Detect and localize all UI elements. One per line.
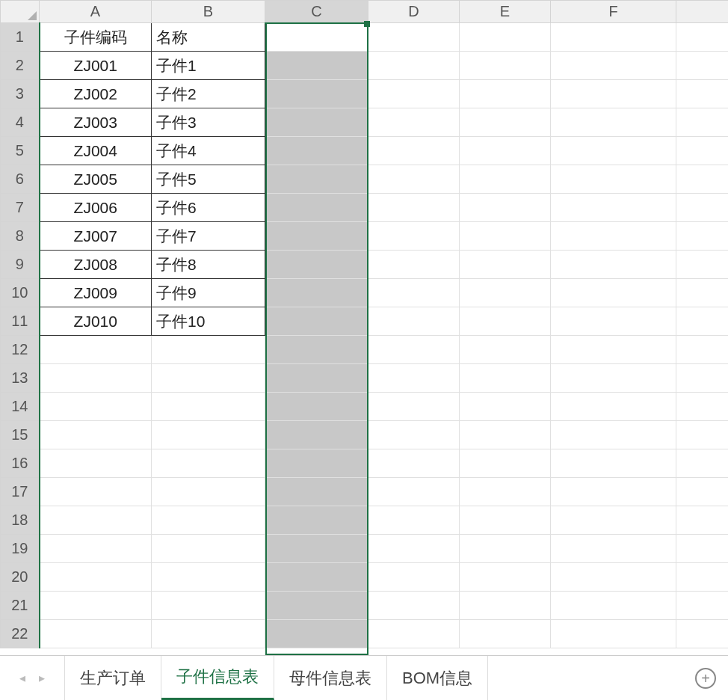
row-header-15[interactable]: 15 — [1, 421, 40, 449]
cell-C2[interactable] — [265, 52, 368, 80]
cell-D19[interactable] — [368, 535, 460, 563]
cell-C7[interactable] — [265, 194, 368, 222]
cell-A17[interactable] — [40, 478, 152, 506]
col-header-extra[interactable] — [676, 1, 729, 23]
cell-E1[interactable] — [460, 23, 551, 52]
cell-B3[interactable]: 子件2 — [152, 80, 265, 108]
cell-A16[interactable] — [40, 449, 152, 478]
cell-G19[interactable] — [676, 535, 729, 563]
cell-G3[interactable] — [676, 80, 729, 108]
cell-B20[interactable] — [152, 563, 265, 592]
cell-A1[interactable]: 子件编码 — [40, 23, 152, 52]
cell-F20[interactable] — [551, 563, 676, 592]
cell-A12[interactable] — [40, 336, 152, 364]
cell-E12[interactable] — [460, 336, 551, 364]
row-header-9[interactable]: 9 — [1, 251, 40, 279]
cell-A13[interactable] — [40, 364, 152, 393]
cell-A7[interactable]: ZJ006 — [40, 194, 152, 222]
cell-G15[interactable] — [676, 421, 729, 449]
sheet-tab-1[interactable]: 子件信息表 — [161, 656, 274, 700]
cell-F1[interactable] — [551, 23, 676, 52]
row-header-17[interactable]: 17 — [1, 478, 40, 506]
row-header-11[interactable]: 11 — [1, 307, 40, 336]
cell-D1[interactable] — [368, 23, 460, 52]
cell-A10[interactable]: ZJ009 — [40, 279, 152, 307]
cell-D17[interactable] — [368, 478, 460, 506]
cell-A3[interactable]: ZJ002 — [40, 80, 152, 108]
cell-A14[interactable] — [40, 393, 152, 421]
col-header-D[interactable]: D — [368, 1, 460, 23]
cell-A15[interactable] — [40, 421, 152, 449]
cell-F7[interactable] — [551, 194, 676, 222]
cell-B22[interactable] — [152, 620, 265, 648]
cell-D4[interactable] — [368, 108, 460, 137]
cell-E15[interactable] — [460, 421, 551, 449]
row-header-1[interactable]: 1 — [1, 23, 40, 52]
cell-F18[interactable] — [551, 506, 676, 535]
cell-A6[interactable]: ZJ005 — [40, 165, 152, 194]
cell-B8[interactable]: 子件7 — [152, 222, 265, 251]
cell-F13[interactable] — [551, 364, 676, 393]
cell-B6[interactable]: 子件5 — [152, 165, 265, 194]
cell-D6[interactable] — [368, 165, 460, 194]
row-header-7[interactable]: 7 — [1, 194, 40, 222]
sheet-tab-2[interactable]: 母件信息表 — [274, 656, 387, 700]
cell-F12[interactable] — [551, 336, 676, 364]
row-header-5[interactable]: 5 — [1, 137, 40, 165]
cell-C9[interactable] — [265, 251, 368, 279]
cell-C16[interactable] — [265, 449, 368, 478]
cell-B1[interactable]: 名称 — [152, 23, 265, 52]
row-header-3[interactable]: 3 — [1, 80, 40, 108]
cell-G9[interactable] — [676, 251, 729, 279]
cell-G12[interactable] — [676, 336, 729, 364]
cell-E17[interactable] — [460, 478, 551, 506]
cell-C4[interactable] — [265, 108, 368, 137]
cell-E16[interactable] — [460, 449, 551, 478]
cell-B19[interactable] — [152, 535, 265, 563]
row-header-16[interactable]: 16 — [1, 449, 40, 478]
cell-E3[interactable] — [460, 80, 551, 108]
cell-D3[interactable] — [368, 80, 460, 108]
cell-B18[interactable] — [152, 506, 265, 535]
cell-F19[interactable] — [551, 535, 676, 563]
cell-F17[interactable] — [551, 478, 676, 506]
row-header-13[interactable]: 13 — [1, 364, 40, 393]
cell-G11[interactable] — [676, 307, 729, 336]
cell-A22[interactable] — [40, 620, 152, 648]
cell-A9[interactable]: ZJ008 — [40, 251, 152, 279]
cell-G2[interactable] — [676, 52, 729, 80]
cell-G5[interactable] — [676, 137, 729, 165]
select-all-corner[interactable] — [1, 1, 40, 23]
cell-A2[interactable]: ZJ001 — [40, 52, 152, 80]
cell-B10[interactable]: 子件9 — [152, 279, 265, 307]
cell-G18[interactable] — [676, 506, 729, 535]
row-header-14[interactable]: 14 — [1, 393, 40, 421]
cell-C18[interactable] — [265, 506, 368, 535]
cell-G4[interactable] — [676, 108, 729, 137]
cell-C10[interactable] — [265, 279, 368, 307]
cell-D18[interactable] — [368, 506, 460, 535]
cell-C6[interactable] — [265, 165, 368, 194]
row-header-18[interactable]: 18 — [1, 506, 40, 535]
row-header-12[interactable]: 12 — [1, 336, 40, 364]
cell-E21[interactable] — [460, 592, 551, 620]
cell-E10[interactable] — [460, 279, 551, 307]
sheet-tab-3[interactable]: BOM信息 — [387, 656, 488, 700]
cell-C3[interactable] — [265, 80, 368, 108]
cell-D16[interactable] — [368, 449, 460, 478]
cell-C20[interactable] — [265, 563, 368, 592]
cell-E13[interactable] — [460, 364, 551, 393]
spreadsheet-grid[interactable]: A B C D E F 1子件编码名称2ZJ001子件13ZJ002子件24ZJ… — [0, 0, 728, 655]
cell-B12[interactable] — [152, 336, 265, 364]
cell-E2[interactable] — [460, 52, 551, 80]
cell-E4[interactable] — [460, 108, 551, 137]
cell-E14[interactable] — [460, 393, 551, 421]
cell-C14[interactable] — [265, 393, 368, 421]
cell-E6[interactable] — [460, 165, 551, 194]
row-header-20[interactable]: 20 — [1, 563, 40, 592]
col-header-A[interactable]: A — [40, 1, 152, 23]
cell-F16[interactable] — [551, 449, 676, 478]
cell-C22[interactable] — [265, 620, 368, 648]
row-header-22[interactable]: 22 — [1, 620, 40, 648]
sheet-tab-0[interactable]: 生产订单 — [65, 656, 161, 700]
